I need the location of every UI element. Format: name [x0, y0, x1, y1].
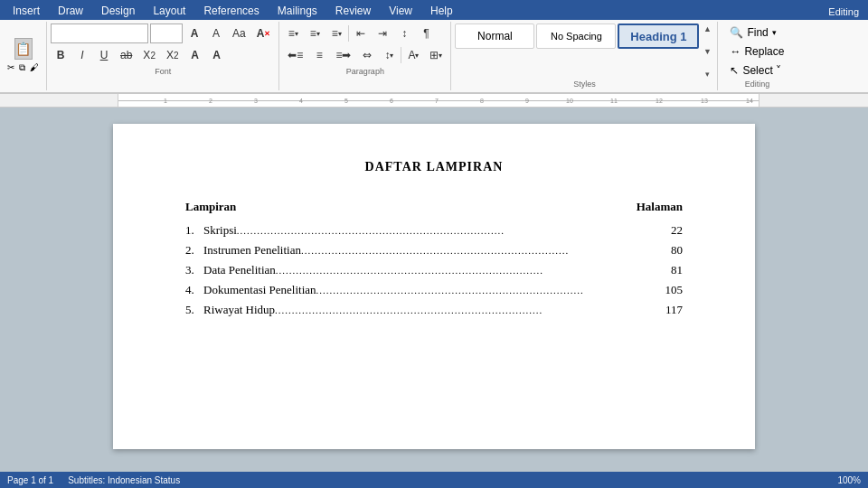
bullets-button[interactable]: ≡▾: [283, 23, 303, 43]
shading-button[interactable]: A▾: [403, 45, 423, 65]
font-shrink-button[interactable]: A: [206, 23, 226, 43]
find-icon: 🔍: [730, 26, 743, 39]
page-info: Page 1 of 1: [7, 475, 53, 485]
toc-num-1: 1.: [185, 223, 203, 238]
toc-num-2: 2.: [185, 243, 203, 258]
find-button[interactable]: 🔍 Find ▾: [725, 23, 788, 42]
toc-header: Lampiran Halaman: [185, 200, 683, 214]
align-right-button[interactable]: ≡➡: [331, 45, 355, 65]
toc-col-right: Halaman: [637, 200, 683, 214]
borders-button[interactable]: ⊞▾: [425, 45, 447, 65]
format-painter-icon[interactable]: 🖌: [28, 61, 41, 74]
toc-page-4: 105: [656, 283, 683, 297]
increase-indent-button[interactable]: ⇥: [373, 23, 392, 43]
bold-button[interactable]: B: [51, 45, 71, 65]
font-grow-button[interactable]: A: [184, 23, 204, 43]
style-heading1-button[interactable]: Heading 1: [618, 23, 699, 49]
paste-icon[interactable]: 📋: [14, 38, 33, 60]
toc-label-3: Data Penelitian: [203, 263, 276, 277]
line-spacing-button[interactable]: ↕▾: [379, 45, 399, 65]
font-label: Font: [51, 67, 275, 76]
toc-item-2: 2. Instrumen Penelitian ................…: [185, 243, 683, 258]
toc-label-5: Riwayat Hidup: [203, 303, 275, 317]
toc-page-2: 80: [656, 243, 683, 258]
styles-scroll-down[interactable]: ▼: [701, 47, 713, 56]
toc-page-5: 117: [656, 303, 683, 317]
paragraph-section: ≡▾ ≡▾ ≡▾ ⇤ ⇥ ↕ ¶ ⬅≡ ≡ ≡➡ ⇔ ↕▾ A▾ ⊞▾ Para…: [279, 22, 451, 90]
strikethrough-button[interactable]: ab: [116, 45, 137, 65]
sort-button[interactable]: ↕: [394, 23, 414, 43]
select-icon: ↖: [730, 64, 739, 77]
font-color-button[interactable]: A: [185, 45, 205, 65]
tab-review[interactable]: Review: [326, 2, 380, 20]
toc-page-1: 22: [656, 223, 683, 238]
toc-dots-1: ........................................…: [237, 225, 656, 236]
zoom-level: 100%: [837, 475, 861, 485]
find-label: Find: [747, 26, 768, 39]
replace-icon: ↔: [730, 45, 741, 58]
styles-more-button[interactable]: ▾: [701, 70, 713, 79]
toc-item-5: 5. Riwayat Hidup .......................…: [185, 303, 683, 317]
tab-references[interactable]: References: [194, 2, 268, 20]
highlight-button[interactable]: A: [207, 45, 227, 65]
toc-list: 1. Skripsi .............................…: [185, 223, 683, 317]
editing-top-label: Editing: [819, 4, 868, 20]
document-area: DAFTAR LAMPIRAN Lampiran Halaman 1. Skri…: [0, 108, 868, 488]
subscript-button[interactable]: X2: [138, 45, 160, 65]
style-normal-button[interactable]: Normal: [455, 23, 534, 49]
tab-design[interactable]: Design: [92, 2, 144, 20]
toc-label-1: Skripsi: [203, 223, 237, 238]
tab-insert[interactable]: Insert: [4, 2, 49, 20]
find-chevron: ▾: [772, 28, 777, 37]
select-label: Select ˅: [742, 64, 781, 77]
copy-icon[interactable]: ⧉: [17, 61, 27, 74]
justify-button[interactable]: ⇔: [357, 45, 377, 65]
clear-format-button[interactable]: A✕: [252, 23, 276, 43]
word-count: Subtitles: Indonesian Status: [68, 475, 180, 485]
show-marks-button[interactable]: ¶: [416, 23, 436, 43]
cut-icon[interactable]: ✂: [5, 61, 16, 74]
ruler: 1 2 3 4 5 6 7 8 9 10 11 12 13 14: [0, 94, 868, 108]
underline-button[interactable]: U: [94, 45, 114, 65]
styles-scroll-up[interactable]: ▲: [701, 24, 713, 33]
select-button[interactable]: ↖ Select ˅: [725, 61, 788, 80]
tab-mailings[interactable]: Mailings: [269, 2, 326, 20]
paragraph-label: Paragraph: [283, 67, 447, 76]
tab-help[interactable]: Help: [421, 2, 462, 20]
ribbon-tabs-bar: Insert Draw Design Layout References Mai…: [0, 0, 868, 20]
superscript-button[interactable]: X2: [162, 45, 184, 65]
multilevel-button[interactable]: ≡▾: [326, 23, 346, 43]
replace-button[interactable]: ↔ Replace: [725, 42, 788, 61]
editing-section: 🔍 Find ▾ ↔ Replace ↖ Select ˅ Editing: [718, 22, 796, 90]
toc-item-1: 1. Skripsi .............................…: [185, 223, 683, 238]
font-name-input[interactable]: Times New Roman: [51, 23, 148, 43]
toc-dots-4: ........................................…: [316, 285, 656, 296]
toc-col-left: Lampiran: [185, 200, 236, 214]
replace-label: Replace: [744, 45, 784, 58]
toc-page-3: 81: [656, 263, 683, 277]
decrease-indent-button[interactable]: ⇤: [351, 23, 371, 43]
styles-section: Normal No Spacing Heading 1 ▲ ▼ ▾ Styles: [451, 22, 718, 90]
font-size-input[interactable]: 12: [150, 23, 183, 43]
page[interactable]: DAFTAR LAMPIRAN Lampiran Halaman 1. Skri…: [113, 124, 755, 449]
change-case-button[interactable]: Aa: [228, 23, 250, 43]
styles-label: Styles: [455, 80, 713, 89]
clipboard-section: 📋 ✂ ⧉ 🖌: [0, 22, 47, 90]
toc-dots-2: ........................................…: [301, 245, 656, 256]
numbering-button[interactable]: ≡▾: [305, 23, 325, 43]
tab-layout[interactable]: Layout: [144, 2, 194, 20]
tab-draw[interactable]: Draw: [49, 2, 92, 20]
toc-num-5: 5.: [185, 303, 203, 317]
toc-item-4: 4. Dokumentasi Penelitian ..............…: [185, 283, 683, 297]
align-left-button[interactable]: ⬅≡: [283, 45, 307, 65]
style-no-spacing-button[interactable]: No Spacing: [536, 23, 616, 49]
font-section: Times New Roman 12 A A Aa A✕ B I U ab X2…: [47, 22, 279, 90]
toc-dots-5: ........................................…: [275, 305, 656, 315]
ribbon-body: 📋 ✂ ⧉ 🖌 Times New Roman 12 A A Aa A✕ B I…: [0, 20, 868, 94]
align-center-button[interactable]: ≡: [309, 45, 329, 65]
tab-view[interactable]: View: [380, 2, 421, 20]
italic-button[interactable]: I: [72, 45, 92, 65]
status-bar: Page 1 of 1 Subtitles: Indonesian Status…: [0, 472, 868, 488]
editing-label: Editing: [725, 80, 788, 89]
toc-label-2: Instrumen Penelitian: [203, 243, 301, 258]
